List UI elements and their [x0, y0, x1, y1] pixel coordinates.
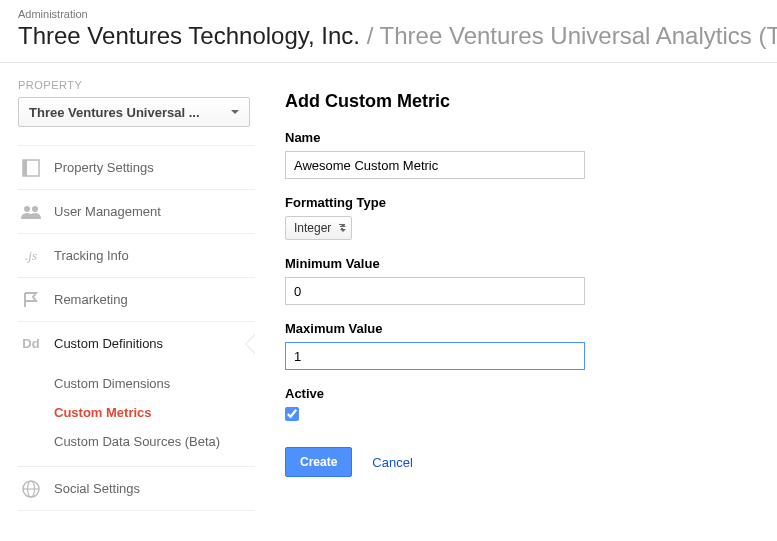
account-name: Three Ventures Technology, Inc.	[18, 22, 360, 49]
active-label: Active	[285, 386, 757, 401]
cancel-link[interactable]: Cancel	[372, 455, 412, 470]
select-arrows-icon	[340, 224, 346, 232]
sidebar: PROPERTY Three Ventures Universal ... Pr…	[0, 63, 255, 511]
max-value-label: Maximum Value	[285, 321, 757, 336]
title-separator: /	[360, 22, 380, 49]
property-selector[interactable]: Three Ventures Universal ...	[18, 97, 250, 127]
svg-point-2	[24, 206, 30, 212]
property-selector-value: Three Ventures Universal ...	[29, 105, 200, 120]
formatting-type-select[interactable]: Integer	[285, 216, 352, 240]
subnav-custom-dimensions[interactable]: Custom Dimensions	[54, 369, 255, 398]
sidebar-item-user-management[interactable]: User Management	[18, 189, 255, 233]
breadcrumb[interactable]: Administration	[18, 8, 759, 20]
sidebar-item-tracking-info[interactable]: .js Tracking Info	[18, 233, 255, 277]
page-header: Administration Three Ventures Technology…	[0, 0, 777, 63]
formatting-type-value: Integer	[294, 221, 331, 235]
js-icon: .js	[20, 245, 42, 267]
active-checkbox[interactable]	[285, 407, 299, 421]
name-label: Name	[285, 130, 757, 145]
globe-icon	[20, 478, 42, 500]
min-value-label: Minimum Value	[285, 256, 757, 271]
settings-panel-icon	[20, 157, 42, 179]
subnav-custom-metrics[interactable]: Custom Metrics	[54, 398, 255, 427]
min-value-input[interactable]	[285, 277, 585, 305]
property-label: PROPERTY	[18, 79, 255, 91]
subnav-custom-data-sources[interactable]: Custom Data Sources (Beta)	[54, 427, 255, 456]
property-name: Three Ventures Universal Analytics (TM)	[380, 22, 777, 49]
name-input[interactable]	[285, 151, 585, 179]
form-title: Add Custom Metric	[285, 91, 757, 112]
users-icon	[20, 201, 42, 223]
remarketing-icon	[20, 289, 42, 311]
sidebar-item-label: Property Settings	[54, 160, 154, 175]
sidebar-nav: Property Settings User Management .js Tr…	[18, 145, 255, 511]
sidebar-item-property-settings[interactable]: Property Settings	[18, 145, 255, 189]
sidebar-item-label: Remarketing	[54, 292, 128, 307]
create-button[interactable]: Create	[285, 447, 352, 477]
sidebar-item-social-settings[interactable]: Social Settings	[18, 467, 255, 511]
svg-point-3	[32, 206, 38, 212]
sidebar-item-custom-definitions[interactable]: Dd Custom Definitions	[18, 321, 255, 365]
sidebar-item-label: User Management	[54, 204, 161, 219]
sidebar-item-remarketing[interactable]: Remarketing	[18, 277, 255, 321]
sidebar-item-label: Tracking Info	[54, 248, 129, 263]
main-content: Add Custom Metric Name Formatting Type I…	[255, 63, 777, 511]
svg-rect-1	[23, 160, 27, 176]
max-value-input[interactable]	[285, 342, 585, 370]
sidebar-item-label: Custom Definitions	[54, 336, 163, 351]
sidebar-item-label: Social Settings	[54, 481, 140, 496]
formatting-type-label: Formatting Type	[285, 195, 757, 210]
custom-definitions-icon: Dd	[20, 333, 42, 355]
chevron-down-icon	[231, 110, 239, 114]
page-title-line: Three Ventures Technology, Inc. / Three …	[18, 22, 759, 50]
custom-definitions-subnav: Custom Dimensions Custom Metrics Custom …	[18, 365, 255, 467]
